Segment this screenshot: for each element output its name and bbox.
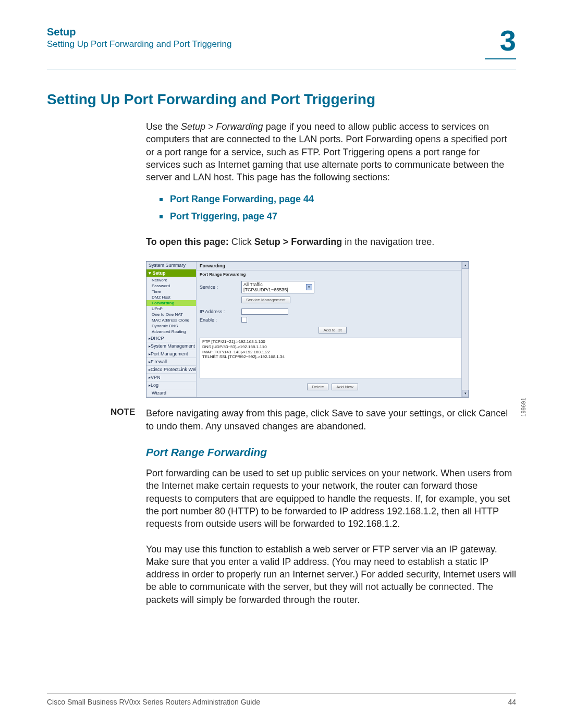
entries-listbox: FTP [TCP/21~21]->192.168.1.100 DNS [UDP/…	[200, 338, 466, 378]
sidebar-item: VPN	[146, 374, 196, 381]
bullet-icon	[160, 215, 163, 218]
service-management-button: Service Management	[241, 297, 290, 303]
footer-rule	[47, 693, 516, 694]
subheading-port-range-forwarding: Port Range Forwarding	[146, 446, 516, 459]
paragraph: Port forwarding can be used to set up pu…	[146, 467, 516, 530]
link-text: Port Triggering, page 47	[170, 211, 277, 222]
footer-page-number: 44	[508, 698, 516, 706]
sidebar-sub: One-to-One NAT	[146, 312, 196, 317]
sidebar-sub: UPnP	[146, 306, 196, 312]
scroll-down-icon: ▾	[462, 390, 469, 397]
add-new-button: Add New	[332, 384, 358, 390]
link-text: Port Range Forwarding, page 44	[170, 194, 314, 205]
ui-screenshot: System Summary ▾ Setup Network Password …	[146, 261, 516, 398]
xref-port-triggering[interactable]: Port Triggering, page 47	[160, 211, 516, 222]
sidebar-sub-forwarding: Forwarding	[146, 300, 196, 306]
image-id: 199691	[521, 398, 527, 416]
chapter-underline	[485, 58, 516, 59]
sidebar-item: Wizard	[146, 389, 196, 397]
sidebar-sub: Advanced Routing	[146, 329, 196, 335]
sidebar-sub: Network	[146, 277, 196, 283]
sidebar-sub: DMZ Host	[146, 294, 196, 300]
sidebar-item: Log	[146, 381, 196, 389]
list-entry: IMAP [TCP/143~143]->192.168.1.22	[202, 350, 463, 355]
paragraph: You may use this function to establish a…	[146, 543, 516, 606]
sidebar-item: Cisco ProtectLink Web	[146, 366, 196, 374]
xref-port-range-forwarding[interactable]: Port Range Forwarding, page 44	[160, 194, 516, 205]
panel-subtitle: Port Range Forwarding	[197, 270, 469, 280]
open-instruction: To open this page: Click Setup > Forward…	[146, 237, 516, 248]
chapter-number: 3	[485, 26, 516, 55]
sidebar-sub: Time	[146, 289, 196, 294]
delete-button: Delete	[307, 384, 328, 390]
ip-input	[241, 309, 288, 315]
ip-label: IP Address :	[200, 309, 241, 314]
bullet-icon	[160, 198, 163, 201]
screenshot-sidebar: System Summary ▾ Setup Network Password …	[146, 262, 197, 397]
list-entry: DNS [UDP/53~53]->192.168.1.110	[202, 344, 463, 350]
dropdown-arrow-icon: ▾	[306, 284, 312, 290]
screenshot-main: Forwarding Port Range Forwarding Service…	[197, 262, 469, 397]
list-entry: TELNET SSL [TCP/992~992]->192.168.1.34	[202, 354, 463, 360]
enable-label: Enable :	[200, 317, 241, 323]
sidebar-item: Firewall	[146, 358, 196, 366]
service-value: All Traffic [TCP&UDP/1~65535]	[243, 282, 306, 292]
header-rule	[47, 69, 516, 69]
enable-checkbox	[241, 317, 247, 323]
sidebar-sub: Password	[146, 283, 196, 289]
sidebar-item: DHCP	[146, 335, 196, 342]
sidebar-system-summary: System Summary	[146, 262, 196, 269]
header-breadcrumb: Setting Up Port Forwarding and Port Trig…	[47, 39, 231, 50]
list-entry: FTP [TCP/21~21]->192.168.1.100	[202, 339, 463, 344]
note-body: Before navigating away from this page, c…	[146, 407, 516, 433]
sidebar-item: System Management	[146, 342, 196, 350]
service-label: Service :	[200, 285, 241, 290]
note-label: NOTE	[111, 407, 146, 433]
sidebar-setup-group: ▾ Setup	[146, 269, 196, 277]
panel-title: Forwarding	[197, 262, 469, 270]
page-title: Setting Up Port Forwarding and Port Trig…	[47, 91, 516, 108]
scroll-up-icon: ▴	[462, 262, 469, 269]
footer-book-title: Cisco Small Business RV0xx Series Router…	[47, 698, 260, 706]
screenshot-scrollbar: ▴ ▾	[461, 262, 469, 397]
sidebar-sub: MAC Address Clone	[146, 317, 196, 323]
intro-paragraph: Use the Setup > Forwarding page if you n…	[146, 120, 516, 183]
sidebar-sub: Dynamic DNS	[146, 323, 196, 329]
sidebar-item: Port Management	[146, 350, 196, 358]
add-to-list-button: Add to list	[319, 327, 346, 334]
header-category: Setup	[47, 26, 231, 38]
service-select: All Traffic [TCP&UDP/1~65535] ▾	[241, 281, 314, 293]
